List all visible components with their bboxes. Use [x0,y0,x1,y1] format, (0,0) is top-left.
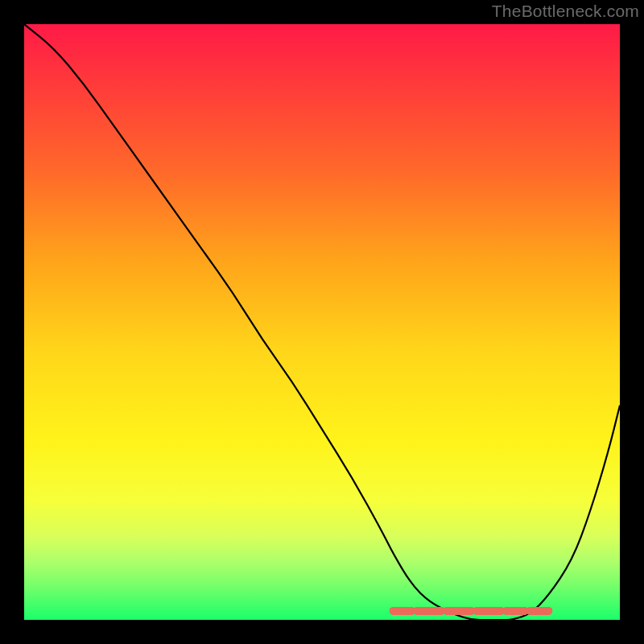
optimal-range-dot [413,607,421,615]
plot-area [24,24,620,620]
optimal-range-dot [502,607,510,615]
optimal-range-dot [443,607,451,615]
optimal-range-dot [390,607,398,615]
bottleneck-curve [24,24,620,620]
optimal-range-dot [473,607,481,615]
optimal-range-annotation [390,607,552,615]
chart-svg [24,24,620,620]
optimal-range-dot [544,607,552,615]
watermark-text: TheBottleneck.com [492,2,639,21]
chart-frame: TheBottleneck.com [0,0,644,644]
optimal-range-dot [526,607,535,615]
